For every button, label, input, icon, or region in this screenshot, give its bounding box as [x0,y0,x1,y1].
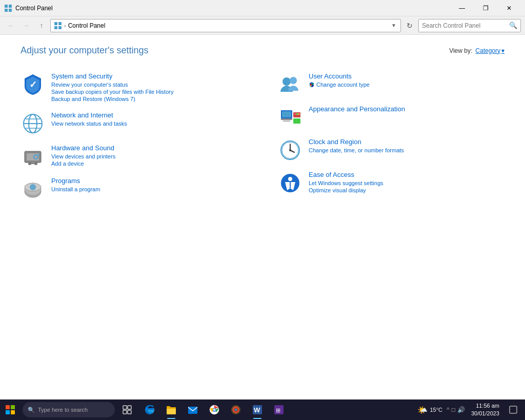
category-programs: Programs Uninstall a program [21,173,247,206]
svg-rect-39 [298,113,299,115]
refresh-button[interactable]: ↻ [403,19,416,32]
programs-info: Programs Uninstall a program [51,177,247,193]
ease-of-access-icon [278,171,302,195]
user-accounts-title[interactable]: User Accounts [309,72,504,80]
minimize-button[interactable]: — [450,0,474,16]
weather-temp: 15°C [430,407,442,413]
category-user-accounts: User Accounts Change account type [278,68,504,101]
search-icon: 🔍 [509,22,517,29]
ease-of-access-title[interactable]: Ease of Access [309,171,504,178]
system-security-title[interactable]: System and Security [51,72,247,80]
svg-rect-54 [123,410,127,414]
category-network-internet: Network and Internet View network status… [21,107,247,140]
taskbar-chrome2[interactable] [226,399,246,420]
network-internet-title[interactable]: Network and Internet [51,111,247,119]
taskbar-clock[interactable]: 11:56 am 30/01/2023 [467,402,503,418]
taskbar-mail[interactable] [183,399,203,420]
view-by-control: View by: Category ▾ [449,47,504,54]
svg-rect-50 [6,410,10,414]
svg-rect-27 [310,84,312,85]
user-accounts-link-1[interactable]: Change account type [316,82,370,88]
svg-rect-52 [123,406,127,409]
up-button[interactable]: ↑ [35,19,48,32]
appearance-title[interactable]: Appearance and Personalization [309,105,504,113]
tray-icon-1[interactable]: □ [452,406,455,413]
start-button[interactable] [0,399,21,420]
appearance-info: Appearance and Personalization [309,105,504,114]
svg-point-17 [34,162,37,165]
system-security-link-1[interactable]: Review your computer's status [51,82,247,88]
svg-rect-49 [11,405,15,409]
taskbar-chrome[interactable] [204,399,225,420]
programs-title[interactable]: Programs [51,177,247,185]
clock-link-1[interactable]: Change date, time, or number formats [309,147,504,153]
maximize-button[interactable]: ❐ [474,0,497,16]
svg-rect-69 [510,406,517,413]
svg-rect-36 [293,118,300,124]
ease-link-1[interactable]: Let Windows suggest settings [309,180,504,186]
svg-rect-37 [294,113,296,115]
programs-link-1[interactable]: Uninstall a program [51,186,247,192]
address-bar[interactable]: › Control Panel ▼ [50,19,401,32]
clock-region-title[interactable]: Clock and Region [309,138,504,146]
clock-region-icon [278,138,302,163]
svg-rect-55 [128,410,131,414]
taskbar-app7[interactable]: ⊞ [269,399,289,420]
hardware-link-2[interactable]: Add a device [51,161,247,167]
taskbar-explorer[interactable] [161,399,181,420]
svg-point-16 [28,162,31,165]
tray-icon-2[interactable]: 🔊 [457,406,465,413]
svg-rect-28 [312,84,314,85]
svg-rect-1 [9,5,12,8]
system-security-link-3[interactable]: Backup and Restore (Windows 7) [51,96,247,102]
address-dropdown-arrow[interactable]: ▼ [390,22,397,29]
forward-button[interactable]: → [19,19,33,32]
hardware-sound-icon [21,144,45,169]
main-content: Adjust your computer's settings View by:… [0,35,525,399]
svg-rect-2 [5,9,8,12]
viewby-dropdown[interactable]: Category ▾ [475,47,504,54]
system-security-link-2[interactable]: Save backup copies of your files with Fi… [51,89,247,95]
taskbar-weather[interactable]: 🌤️ 15°C [417,405,442,415]
window-controls: — ❐ ✕ [450,0,521,16]
svg-rect-48 [6,405,10,409]
svg-rect-33 [281,118,292,120]
network-link-1[interactable]: View network status and tasks [51,121,247,127]
ease-link-2[interactable]: Optimize visual display [309,187,504,193]
taskbar-apps: W ⊞ [139,399,289,420]
taskbar-edge[interactable] [139,399,160,420]
taskbar-search-icon: 🔍 [28,407,35,413]
system-security-icon: ✓ [21,72,45,97]
hardware-sound-info: Hardware and Sound View devices and prin… [51,144,247,168]
taskbar-search[interactable]: 🔍 Type here to search [23,402,115,417]
svg-rect-4 [54,22,57,25]
network-internet-info: Network and Internet View network status… [51,111,247,128]
clock-region-info: Clock and Region Change date, time, or n… [309,138,504,154]
search-input[interactable] [422,22,509,29]
clock-time: 11:56 am [476,402,499,410]
notification-button[interactable] [506,399,521,420]
close-button[interactable]: ✕ [497,0,521,16]
taskbar-word[interactable]: W [247,399,268,420]
ease-of-access-info: Ease of Access Let Windows suggest setti… [309,171,504,194]
svg-point-44 [289,149,291,151]
category-clock-region: Clock and Region Change date, time, or n… [278,134,504,167]
settings-header: Adjust your computer's settings View by:… [21,45,504,56]
tray-expand[interactable]: ^ [447,406,450,413]
svg-point-46 [288,177,292,181]
svg-rect-15 [27,153,39,161]
search-box[interactable]: 🔍 [418,19,521,32]
hardware-sound-title[interactable]: Hardware and Sound [51,144,247,152]
svg-rect-29 [310,85,312,87]
taskbar-task-view[interactable] [117,399,137,420]
window-icon [4,4,12,12]
taskbar: 🔍 Type here to search [0,399,525,420]
svg-point-26 [290,77,297,84]
hardware-link-1[interactable]: View devices and printers [51,153,247,159]
svg-rect-6 [54,26,57,29]
taskbar-search-text: Type here to search [38,407,88,413]
back-button[interactable]: ← [4,19,17,32]
shield-color-icon [309,82,315,88]
breadcrumb-separator: › [64,23,66,29]
svg-rect-53 [128,406,131,409]
